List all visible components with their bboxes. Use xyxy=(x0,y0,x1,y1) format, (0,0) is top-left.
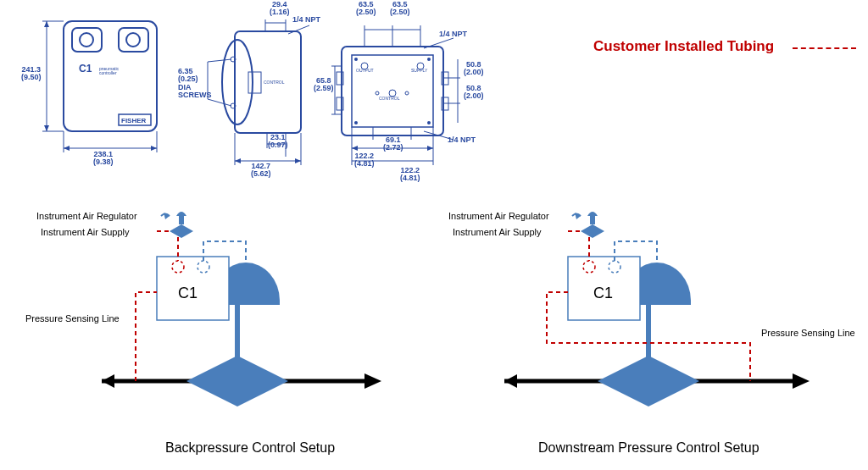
controller-label-right: C1 xyxy=(593,285,613,302)
svg-point-3 xyxy=(80,33,93,47)
svg-marker-84 xyxy=(186,356,237,406)
svg-rect-2 xyxy=(119,28,148,52)
label-sensing-left: Pressure Sensing Line xyxy=(25,313,120,323)
svg-marker-14 xyxy=(44,125,49,131)
svg-text:OUTPUT: OUTPUT xyxy=(356,68,374,73)
dim-back-height: 65.8(2.59) xyxy=(314,77,334,93)
svg-marker-19 xyxy=(151,146,157,151)
dim-back-width: 122.2(4.81) xyxy=(354,152,375,169)
svg-rect-22 xyxy=(248,72,261,93)
svg-point-54 xyxy=(427,121,431,124)
dim-back-row-bot: 50.8(2.00) xyxy=(464,85,484,101)
svg-marker-79 xyxy=(352,146,358,151)
svg-rect-86 xyxy=(235,301,240,381)
svg-line-29 xyxy=(208,59,231,62)
svg-rect-92 xyxy=(179,216,184,224)
svg-rect-42 xyxy=(352,55,433,127)
svg-marker-104 xyxy=(593,224,604,238)
svg-marker-80 xyxy=(427,146,433,151)
svg-marker-85 xyxy=(237,356,288,406)
svg-marker-18 xyxy=(64,146,70,151)
dim-back-row-top: 50.8(2.00) xyxy=(464,61,484,77)
svg-rect-1 xyxy=(72,28,102,52)
port-side-top: 1/4 NPT xyxy=(292,15,320,24)
title-left: Backpressure Control Setup xyxy=(165,440,335,456)
dim-back-width2: 122.2(4.81) xyxy=(400,167,420,183)
svg-point-53 xyxy=(354,121,358,124)
svg-line-30 xyxy=(208,99,231,106)
svg-point-52 xyxy=(427,58,431,61)
dim-side-depth: 23.1(0.97) xyxy=(268,134,288,150)
svg-marker-82 xyxy=(102,374,114,388)
label-regulator-left: Instrument Air Regulator xyxy=(36,211,137,221)
svg-marker-96 xyxy=(793,373,810,389)
svg-text:FISHER: FISHER xyxy=(121,117,147,124)
svg-marker-13 xyxy=(44,21,49,27)
svg-rect-105 xyxy=(590,216,595,224)
dim-side-total: 142.7(5.62) xyxy=(251,163,271,179)
drawing-back: OUTPUT SUPPLY CONTROL xyxy=(326,13,483,186)
svg-marker-39 xyxy=(295,158,301,163)
svg-point-51 xyxy=(354,58,358,61)
svg-rect-99 xyxy=(646,301,651,381)
svg-point-49 xyxy=(376,91,379,95)
svg-text:C1: C1 xyxy=(79,63,92,75)
dim-back-col-left: 63.5(2.50) xyxy=(356,1,376,17)
label-supply-right: Instrument Air Supply xyxy=(453,227,542,237)
dim-back-col-right: 63.5(2.50) xyxy=(390,1,410,17)
svg-marker-91 xyxy=(181,224,193,238)
port-back-top: 1/4 NPT xyxy=(439,30,467,38)
label-supply-left: Instrument Air Supply xyxy=(41,227,130,237)
svg-marker-95 xyxy=(504,374,517,388)
svg-text:SUPPLY: SUPPLY xyxy=(411,68,428,73)
legend-label: Customer Installed Tubing xyxy=(593,38,774,55)
dim-side-screws: 6.35(0.25)DIASCREWS xyxy=(178,68,212,100)
drawing-front: C1 pneumatic controller FISHER xyxy=(30,13,161,165)
controller-label-left: C1 xyxy=(178,285,198,302)
label-regulator-right: Instrument Air Regulator xyxy=(448,211,549,221)
dim-front-height: 241.3(9.50) xyxy=(21,66,42,82)
svg-marker-97 xyxy=(598,356,648,406)
svg-marker-90 xyxy=(170,224,181,238)
svg-text:CONTROL: CONTROL xyxy=(379,96,400,101)
legend-swatch xyxy=(793,47,856,49)
dim-back-center: 69.1(2.72) xyxy=(383,136,403,152)
svg-marker-103 xyxy=(581,224,593,238)
svg-text:CONTROL: CONTROL xyxy=(264,80,285,85)
svg-text:controller: controller xyxy=(99,70,117,75)
svg-point-4 xyxy=(126,33,140,47)
schematic-downstream xyxy=(470,207,826,423)
port-back-bottom: 1/4 NPT xyxy=(448,135,476,144)
label-sensing-right: Pressure Sensing Line xyxy=(761,328,855,338)
svg-marker-38 xyxy=(235,158,241,163)
schematic-backpressure xyxy=(85,207,398,423)
svg-marker-83 xyxy=(364,373,381,389)
title-right: Downstream Pressure Control Setup xyxy=(538,440,760,456)
svg-marker-98 xyxy=(648,356,699,406)
dim-front-width: 238.1(9.38) xyxy=(93,151,114,167)
svg-point-50 xyxy=(405,91,409,95)
dim-side-top: 29.4(1.16) xyxy=(270,1,290,17)
